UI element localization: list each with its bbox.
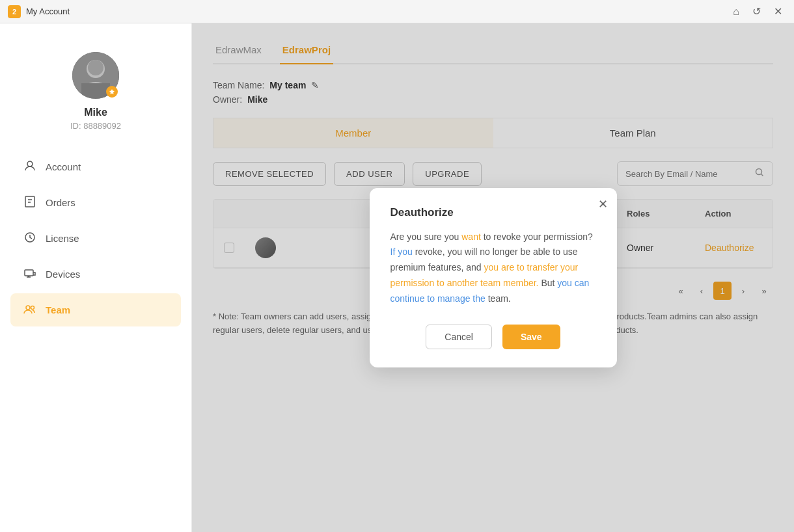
modal-actions: Cancel Save: [390, 325, 596, 349]
close-button[interactable]: ✕: [770, 4, 786, 19]
save-button[interactable]: Save: [502, 325, 560, 349]
sidebar-item-orders[interactable]: Orders: [10, 186, 181, 219]
sidebar-item-devices[interactable]: Devices: [10, 258, 181, 291]
modal-close-button[interactable]: ✕: [598, 197, 608, 211]
avatar-badge: [106, 86, 118, 98]
modal-text-orange-1: want: [461, 232, 481, 242]
modal-text-blue-2: you: [398, 246, 413, 257]
app-logo: 2: [8, 5, 21, 18]
cancel-button[interactable]: Cancel: [426, 325, 492, 349]
sidebar: Mike ID: 88889092 Account: [0, 23, 192, 532]
svg-point-3: [88, 60, 103, 75]
title-bar: 2 My Account ⌂ ↺ ✕: [0, 0, 794, 23]
nav-items: Account Orders: [0, 150, 191, 326]
user-section: Mike ID: 88889092: [0, 39, 191, 150]
sidebar-item-license-label: License: [46, 233, 79, 244]
devices-icon: [23, 267, 36, 282]
modal-text-orange-2: you are to transfer your permission to a…: [390, 262, 579, 288]
modal-title: Deauthorize: [390, 206, 596, 219]
license-icon: [23, 231, 36, 246]
sidebar-item-team[interactable]: Team: [10, 293, 181, 326]
main-layout: Mike ID: 88889092 Account: [0, 23, 794, 532]
sidebar-item-account[interactable]: Account: [10, 150, 181, 183]
svg-point-9: [26, 306, 30, 310]
modal-text-blue-1: If: [390, 246, 396, 257]
refresh-button[interactable]: ↺: [748, 4, 765, 19]
deauthorize-modal: ✕ Deauthorize Are you sure you want to r…: [370, 188, 617, 368]
team-icon: [23, 302, 36, 317]
title-bar-controls: ⌂ ↺ ✕: [729, 4, 786, 19]
orders-icon: [23, 195, 36, 210]
user-name: Mike: [84, 107, 107, 118]
content-area: EdrawMax EdrawProj Team Name: My team ✎ …: [192, 23, 794, 532]
sidebar-item-license[interactable]: License: [10, 222, 181, 255]
svg-point-10: [31, 306, 34, 310]
title-bar-title: My Account: [26, 7, 70, 16]
sidebar-item-account-label: Account: [46, 161, 81, 172]
avatar-wrapper: [72, 52, 119, 99]
user-id: ID: 88889092: [70, 121, 121, 131]
svg-rect-8: [25, 270, 33, 276]
title-bar-left: 2 My Account: [8, 5, 70, 18]
modal-body: Are you sure you want to revoke your per…: [390, 230, 596, 307]
svg-rect-6: [25, 196, 34, 207]
sidebar-item-team-label: Team: [46, 304, 70, 315]
sidebar-item-orders-label: Orders: [46, 197, 75, 208]
person-icon: [23, 159, 36, 174]
modal-overlay: ✕ Deauthorize Are you sure you want to r…: [192, 23, 794, 532]
home-button[interactable]: ⌂: [729, 4, 743, 19]
sidebar-item-devices-label: Devices: [46, 269, 80, 280]
svg-point-5: [27, 161, 33, 166]
